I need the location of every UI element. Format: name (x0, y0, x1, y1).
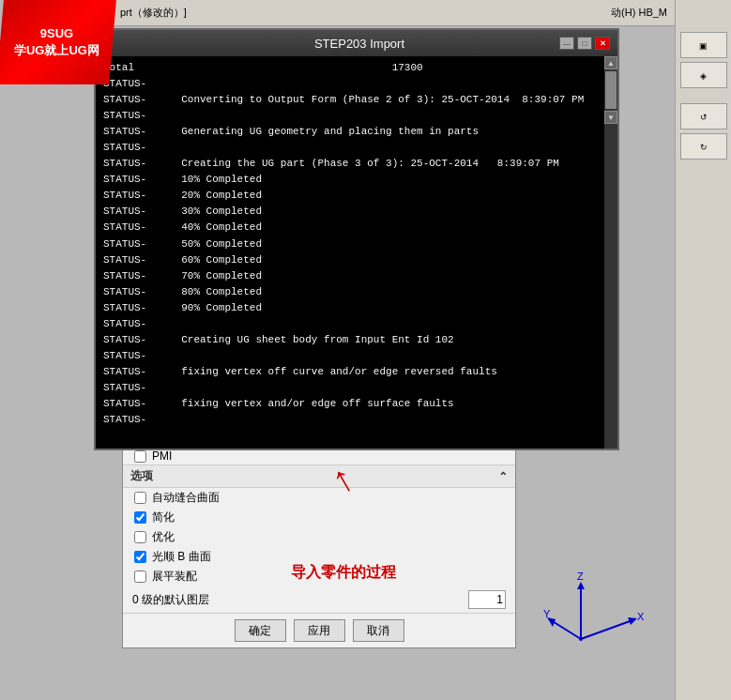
console-text: 10% Completed (169, 172, 262, 188)
console-prefix: STATUS- (103, 188, 169, 204)
auto-seam-row: 自动缝合曲面 (123, 488, 515, 508)
console-text: 70% Completed (169, 268, 262, 284)
console-prefix: STATUS- (103, 220, 169, 236)
console-prefix: STATUS- (103, 156, 169, 172)
console-text: 60% Completed (169, 252, 262, 268)
console-row: STATUS- 30% Completed (103, 204, 610, 220)
console-row: STATUS- (103, 380, 610, 396)
console-row: STATUS- 20% Completed (103, 188, 610, 204)
simplify-checkbox[interactable] (134, 511, 146, 524)
maximize-button[interactable]: □ (577, 37, 592, 50)
console-row: STATUS- Creating the UG part (Phase 3 of… (103, 156, 610, 172)
console-text: Creating UG sheet body from Input Ent Id… (169, 332, 454, 348)
console-prefix: STATUS- (103, 92, 169, 108)
console-prefix: STATUS- (103, 140, 169, 156)
scroll-up-arrow[interactable]: ▲ (604, 56, 617, 69)
ok-button[interactable]: 确定 (235, 619, 286, 642)
console-text: Generating UG geometry and placing them … (169, 124, 479, 140)
console-prefix: STATUS- (103, 204, 169, 220)
console-prefix: STATUS- (103, 172, 169, 188)
console-prefix: STATUS- (103, 364, 169, 380)
scroll-down-arrow[interactable]: ▼ (604, 111, 617, 124)
scrollbar[interactable]: ▲ ▼ (604, 56, 617, 449)
console-prefix: STATUS- (103, 252, 169, 268)
svg-line-6 (551, 620, 581, 639)
simplify-row: 简化 (123, 508, 515, 527)
console-row: STATUS- Converting to Output Form (Phase… (103, 92, 610, 108)
minimize-button[interactable]: — (559, 37, 574, 50)
console-row: Total 17300 (103, 60, 610, 76)
console-prefix: STATUS- (103, 332, 169, 348)
button-row: 确定 应用 取消 (123, 613, 515, 647)
console-text: 17300 (169, 60, 423, 76)
app-title: prt（修改的）] (120, 6, 187, 20)
console-prefix: STATUS- (103, 380, 169, 396)
console-text: 90% Completed (169, 300, 262, 316)
console-row: STATUS- (103, 76, 610, 92)
import-form-dialog: 产品数据 PMI 选项 ⌃ 自动缝合曲面 简化 优化 光顺 B 曲面 展平装配 … (122, 427, 516, 648)
toolbar-button-2[interactable]: ◈ (680, 62, 727, 88)
auto-seam-label: 自动缝合曲面 (152, 490, 220, 506)
console-prefix: STATUS- (103, 76, 169, 92)
toolbar-button-3[interactable]: ↺ (680, 103, 727, 129)
svg-line-3 (581, 620, 632, 639)
layer-label: 0 级的默认图层 (132, 592, 209, 608)
console-prefix: Total (103, 60, 169, 76)
console-prefix: STATUS- (103, 108, 169, 124)
console-text: 20% Completed (169, 188, 262, 204)
auto-seam-checkbox[interactable] (134, 492, 146, 504)
smooth-checkbox[interactable] (134, 551, 146, 563)
toolbar-button-4[interactable]: ↻ (680, 133, 727, 160)
console-row: STATUS- 90% Completed (103, 300, 610, 316)
console-text: 40% Completed (169, 220, 262, 236)
top-right-label: 动(H) HB_M (611, 6, 667, 20)
console-prefix: STATUS- (103, 412, 169, 428)
app-top-bar: prt（修改的）] 动(H) HB_M (113, 0, 675, 26)
chevron-up-icon[interactable]: ⌃ (498, 470, 508, 483)
annotation-text: 导入零件的过程 (291, 563, 396, 583)
console-row: STATUS- (103, 316, 610, 332)
svg-text:X: X (637, 611, 645, 622)
console-text: Creating the UG part (Phase 3 of 3): 25-… (169, 156, 559, 172)
layer-row: 0 级的默认图层 (123, 586, 515, 613)
apply-button[interactable]: 应用 (294, 619, 345, 642)
pmi-checkbox[interactable] (134, 450, 146, 463)
flat-checkbox[interactable] (134, 571, 146, 583)
console-row: STATUS- 70% Completed (103, 268, 610, 284)
console-text: 50% Completed (169, 236, 262, 252)
console-row: STATUS- (103, 412, 610, 428)
section-label: 选项 (130, 468, 153, 484)
step-dialog-controls: — □ ✕ (559, 37, 610, 50)
console-row: STATUS- 80% Completed (103, 284, 610, 300)
console-text: fixing vertex off curve and/or edge reve… (169, 364, 497, 380)
console-prefix: STATUS- (103, 348, 169, 364)
console-row: STATUS- 10% Completed (103, 172, 610, 188)
close-button[interactable]: ✕ (595, 37, 610, 50)
watermark-line1: 9SUG (14, 25, 99, 42)
watermark-line2: 学UG就上UG网 (14, 42, 99, 59)
optimize-checkbox[interactable] (134, 531, 146, 543)
optimize-label: 优化 (152, 529, 175, 545)
console-row: STATUS- fixing vertex and/or edge off su… (103, 396, 610, 412)
console-text: 30% Completed (169, 204, 262, 220)
options-section-header: 选项 ⌃ (123, 464, 515, 488)
svg-marker-1 (577, 582, 585, 589)
toolbar-button-1[interactable]: ▣ (680, 32, 727, 58)
console-row: STATUS- Creating UG sheet body from Inpu… (103, 332, 610, 348)
svg-marker-4 (628, 617, 637, 625)
step-dialog-title: STEP203 Import (160, 37, 559, 51)
console-row: STATUS- (103, 140, 610, 156)
console-prefix: STATUS- (103, 300, 169, 316)
console-prefix: STATUS- (103, 396, 169, 412)
cancel-button[interactable]: 取消 (353, 619, 404, 642)
svg-text:Z: Z (577, 571, 584, 582)
layer-input[interactable] (468, 590, 506, 609)
console-prefix: STATUS- (103, 236, 169, 252)
scroll-thumb[interactable] (605, 71, 617, 109)
flat-label: 展平装配 (152, 569, 197, 585)
simplify-label: 简化 (152, 510, 175, 525)
console-row: STATUS- (103, 108, 610, 124)
watermark: 9SUG 学UG就上UG网 (0, 0, 116, 84)
console-row: STATUS- 60% Completed (103, 252, 610, 268)
svg-point-9 (579, 637, 583, 641)
